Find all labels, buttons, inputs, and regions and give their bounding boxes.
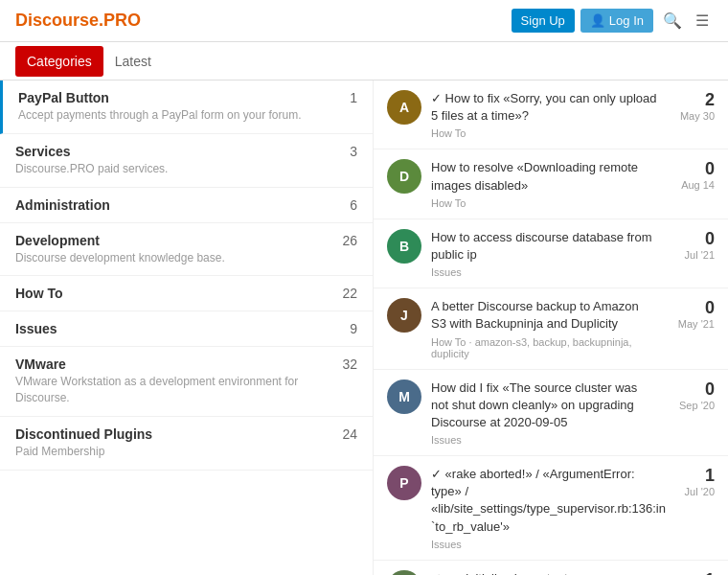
category-desc: VMware Workstation as a development envi… [15, 374, 334, 406]
category-name: Services [15, 144, 334, 159]
topic-meta: 0 Sep '20 [667, 380, 715, 411]
topic-replies: 2 [667, 90, 715, 110]
topic-content: ✓ How to fix «Sorry, you can only upload… [431, 90, 657, 139]
avatar: B [387, 229, 421, 264]
category-item[interactable]: Issues 9 [0, 311, 373, 347]
categories-panel: PayPal Button Accept payments through a … [0, 80, 374, 575]
category-item[interactable]: VMware VMware Workstation as a developme… [0, 347, 373, 417]
topics-panel: A ✓ How to fix «Sorry, you can only uplo… [374, 80, 728, 575]
topic-tag: How To · amazon-s3, backup, backupninja,… [431, 336, 657, 359]
search-button[interactable]: 🔍 [659, 8, 686, 34]
category-count: 22 [334, 286, 357, 301]
category-info: Services Discourse.PRO paid services. [15, 144, 334, 177]
topic-tag: Issues [431, 434, 657, 446]
topic-content: ✓ «uninitialized constant SiteSettingExt… [431, 570, 657, 575]
topic-title: A better Discourse backup to Amazon S3 w… [431, 298, 657, 333]
category-name: PayPal Button [18, 90, 334, 105]
category-count: 1 [334, 90, 357, 105]
category-name: Development [15, 233, 334, 248]
category-name: How To [15, 286, 334, 301]
topic-item[interactable]: S ✓ «uninitialized constant SiteSettingE… [374, 561, 728, 575]
category-count: 26 [334, 233, 357, 248]
category-item[interactable]: How To 22 [0, 276, 373, 311]
logo-pro: .PRO [99, 11, 141, 30]
topic-tag: How To [431, 197, 657, 209]
topic-content: How to resolve «Downloading remote image… [431, 159, 657, 208]
user-icon: 👤 [590, 13, 605, 28]
avatar: D [387, 159, 421, 194]
category-info: Discontinued Plugins Paid Membership [15, 426, 334, 460]
topic-meta: 0 Jul '21 [667, 229, 715, 261]
topic-replies: 1 [667, 466, 715, 486]
topic-replies: 0 [667, 229, 715, 249]
topic-content: ✓ «rake aborted!» / «ArgumentError: type… [431, 466, 657, 550]
topic-item[interactable]: J A better Discourse backup to Amazon S3… [374, 288, 728, 369]
tab-categories[interactable]: Categories [15, 46, 103, 77]
category-desc: Paid Membership [15, 444, 334, 460]
topic-content: How did I fix «The source cluster was no… [431, 380, 657, 447]
topic-meta: 0 May '21 [667, 298, 715, 330]
category-item[interactable]: Discontinued Plugins Paid Membership 24 [0, 417, 373, 471]
category-info: Issues [15, 321, 334, 336]
category-name: Discontinued Plugins [15, 426, 334, 442]
category-desc: Accept payments through a PayPal form on… [18, 107, 334, 124]
main-content: PayPal Button Accept payments through a … [0, 80, 728, 575]
category-count: 32 [334, 356, 357, 372]
header-actions: Sign Up 👤 Log In 🔍 ☰ [512, 8, 713, 34]
topic-title: ✓ «rake aborted!» / «ArgumentError: type… [431, 466, 657, 536]
avatar: S [387, 570, 421, 575]
topic-replies: 0 [667, 298, 715, 318]
category-name: Administration [15, 197, 334, 213]
topic-title: How did I fix «The source cluster was no… [431, 380, 657, 432]
topic-meta: 2 May 30 [667, 90, 715, 122]
topic-title: How to resolve «Downloading remote image… [431, 159, 657, 194]
avatar: A [387, 90, 421, 125]
logo-discourse: Discourse [15, 11, 99, 30]
login-button[interactable]: 👤 Log In [580, 9, 653, 33]
avatar: J [387, 298, 421, 333]
topic-meta: 1 Jul '20 [667, 570, 715, 575]
topic-item[interactable]: D How to resolve «Downloading remote ima… [374, 150, 728, 218]
category-item[interactable]: Administration 6 [0, 188, 373, 223]
topic-item[interactable]: M How did I fix «The source cluster was … [374, 370, 728, 457]
topic-tag: Issues [431, 539, 657, 550]
category-item[interactable]: Development Discourse development knowle… [0, 223, 373, 277]
site-header: Discourse.PRO Sign Up 👤 Log In 🔍 ☰ [0, 0, 728, 42]
avatar: P [387, 466, 421, 500]
topic-meta: 1 Jul '20 [667, 466, 715, 497]
topic-tag: Issues [431, 266, 657, 278]
topic-replies: 0 [667, 380, 715, 400]
topic-title: ✓ How to fix «Sorry, you can only upload… [431, 90, 657, 125]
menu-button[interactable]: ☰ [692, 8, 713, 34]
topic-meta: 0 Aug 14 [667, 159, 715, 191]
topic-tag: How To [431, 127, 657, 139]
topic-date: May '21 [667, 318, 715, 330]
category-item[interactable]: Services Discourse.PRO paid services. 3 [0, 134, 373, 188]
category-info: VMware VMware Workstation as a developme… [15, 356, 334, 406]
category-count: 6 [334, 197, 357, 213]
category-name: VMware [15, 356, 334, 372]
category-desc: Discourse.PRO paid services. [15, 161, 334, 177]
category-info: Administration [15, 197, 334, 213]
topic-item[interactable]: A ✓ How to fix «Sorry, you can only uplo… [374, 80, 728, 150]
topic-title: ✓ «uninitialized constant SiteSettingExt… [431, 570, 657, 575]
category-count: 9 [334, 321, 357, 336]
topic-replies: 0 [667, 159, 715, 179]
site-logo[interactable]: Discourse.PRO [15, 11, 141, 31]
topic-content: How to access discourse database from pu… [431, 229, 657, 278]
topic-date: May 30 [667, 110, 715, 122]
topic-date: Aug 14 [667, 179, 715, 191]
avatar: M [387, 380, 421, 414]
topic-item[interactable]: P ✓ «rake aborted!» / «ArgumentError: ty… [374, 456, 728, 561]
signup-button[interactable]: Sign Up [512, 9, 575, 33]
category-info: Development Discourse development knowle… [15, 233, 334, 266]
topic-replies: 1 [667, 570, 715, 575]
topic-item[interactable]: B How to access discourse database from … [374, 219, 728, 288]
category-info: How To [15, 286, 334, 301]
category-count: 24 [334, 426, 357, 442]
tab-latest[interactable]: Latest [103, 46, 163, 77]
category-item[interactable]: PayPal Button Accept payments through a … [0, 80, 373, 134]
topic-date: Sep '20 [667, 400, 715, 411]
category-info: PayPal Button Accept payments through a … [18, 90, 334, 124]
category-name: Issues [15, 321, 334, 336]
